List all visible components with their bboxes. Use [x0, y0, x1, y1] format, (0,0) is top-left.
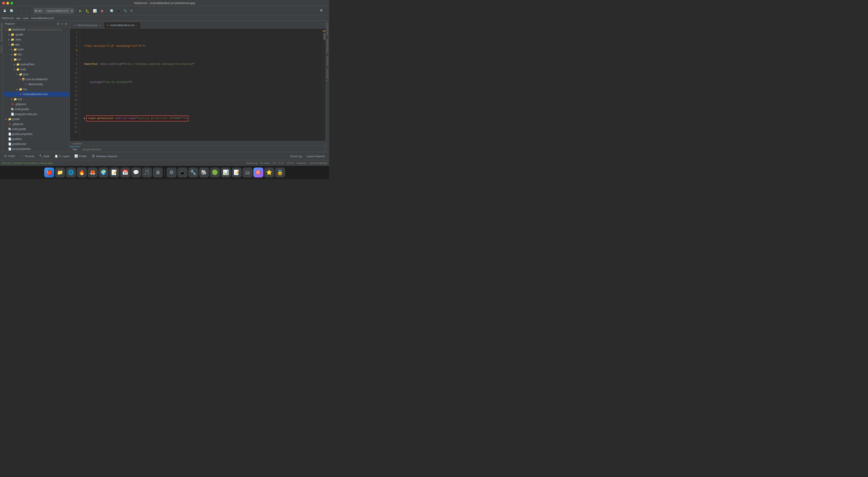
forward-button[interactable]: →	[24, 8, 30, 14]
tree-item-gradlew[interactable]: ▶ 📄 gradlew	[3, 137, 70, 142]
dock-lock[interactable]: 🔒	[275, 168, 285, 177]
status-event-log[interactable]: Event Log	[246, 161, 258, 165]
dock-gradle[interactable]: 🐘	[199, 168, 209, 177]
dock-monitor[interactable]: 🖥	[153, 168, 163, 177]
dock-calendar[interactable]: 📅	[120, 168, 130, 177]
build-variants-label[interactable]: Build Variants	[326, 37, 329, 55]
editor-content[interactable]: 1 2 3 4 5 6 7 8 9 10 11 12 13 14 15 16 1…	[70, 28, 326, 141]
tree-item-main[interactable]: ▼ 📁 main	[3, 67, 70, 72]
device-selector[interactable]: Xiaomi M2007J17C	[44, 8, 74, 13]
dock-chat[interactable]: 💬	[131, 168, 141, 177]
dock-chrome[interactable]: 🌍	[98, 168, 108, 177]
tree-item-app[interactable]: ▼ 📁 app	[3, 42, 70, 47]
dock-star[interactable]: ⭐	[264, 168, 274, 177]
tree-item-package[interactable]: ▼ 📦 com.nb.netdemo5	[3, 77, 70, 82]
sync-gradle-button[interactable]: 🔄	[109, 8, 115, 14]
tree-item-mainactivity[interactable]: ▶ K MainActivity	[3, 82, 70, 87]
settings-button[interactable]: ⚙	[129, 8, 134, 14]
tree-item-proguard[interactable]: ▶ 📄 proguard-rules.pro	[3, 112, 70, 117]
tab-terminal[interactable]: ⬛ Terminal	[18, 153, 37, 159]
dock-files[interactable]: 📁	[55, 168, 65, 177]
tree-item-gradle[interactable]: ▶ 📁 gradle	[3, 117, 70, 122]
close-button[interactable]	[2, 2, 5, 4]
tab-androidmanifest[interactable]: ✦ AndroidManifest.xml ×	[104, 22, 141, 28]
run-config-button[interactable]: ▶ app	[33, 8, 43, 14]
tab-build[interactable]: 🔨 Build	[37, 153, 52, 159]
sync-button[interactable]: 🔄	[8, 8, 14, 14]
stop-button[interactable]: ⏹	[99, 8, 105, 14]
tab-todo[interactable]: ☑ TODO	[2, 153, 18, 159]
dock-browser2[interactable]: 🔥	[77, 168, 87, 177]
dock-chart[interactable]: 📊	[221, 168, 231, 177]
tree-collapse-btn[interactable]: ≡	[61, 22, 64, 26]
code-editor[interactable]: <?xml version="1.0" encoding="utf-8"?> <…	[80, 28, 323, 141]
dock-android[interactable]: 📱	[178, 168, 187, 177]
dock-ide[interactable]: 🎯	[253, 168, 264, 177]
breadcrumb-part-1[interactable]: NetDemo5	[2, 17, 14, 20]
breadcrumb-part-4[interactable]: AndroidManifest.xml	[31, 17, 54, 20]
tree-root[interactable]: ▼ 📁 NetDemo5 ~/AndroidStudioProjects/Net…	[3, 27, 70, 32]
status-layout-inspector[interactable]: Layout Inspector	[309, 161, 327, 165]
dock-tools[interactable]: 🔧	[188, 168, 198, 177]
minimize-button[interactable]	[6, 2, 9, 4]
tree-item-gitignore-app[interactable]: ▶ ⚙ .gitignore	[3, 102, 70, 107]
avd-button[interactable]: 📱	[116, 8, 121, 14]
file-explorer-label[interactable]: File Explorer	[326, 21, 329, 37]
tree-settings-btn[interactable]: ⚙	[56, 22, 60, 26]
dock-firefox[interactable]: 🦊	[88, 168, 98, 177]
tab-event-log[interactable]: Event Log	[288, 153, 304, 159]
tree-item-androidmanifest[interactable]: ▶ ✦ AndroidManifest.xml	[3, 92, 70, 97]
tree-item-local-properties[interactable]: ▶ 📄 local.properties	[3, 147, 70, 151]
tree-item-idea[interactable]: ▶ 📁 .idea	[3, 37, 70, 42]
profile-button[interactable]: 📊	[92, 8, 98, 14]
scrollbar-thumb[interactable]	[323, 33, 325, 40]
back-button[interactable]: ←	[18, 8, 24, 14]
maximize-button[interactable]	[10, 2, 13, 4]
dock-text2[interactable]: 📝	[232, 168, 242, 177]
resource-manager-label[interactable]: Resource Manager	[0, 21, 3, 43]
project-label[interactable]: Project	[0, 43, 3, 54]
structure-label[interactable]: Z: Structure	[326, 67, 329, 83]
save-button[interactable]: 💾	[2, 8, 8, 14]
tree-expand-btn[interactable]: ⊞	[64, 22, 68, 26]
tab-androidmanifest-close[interactable]: ×	[136, 24, 138, 27]
sdk-button[interactable]: 🔧	[122, 8, 128, 14]
dock-settings[interactable]: ⚙	[166, 168, 177, 177]
tree-item-gradle-properties[interactable]: ▶ 📄 gradle.properties	[3, 131, 70, 137]
breadcrumb-part-3[interactable]: main	[23, 17, 29, 20]
tab-mainactivity-close[interactable]: ×	[99, 24, 101, 27]
tab-text[interactable]: Text	[70, 147, 80, 152]
breadcrumb-part-2[interactable]: app	[16, 17, 20, 20]
tree-item-gitignore-root[interactable]: ▶ ⚙ .gitignore	[3, 122, 70, 127]
dock-text1[interactable]: 📝	[110, 168, 119, 177]
tree-item-src[interactable]: ▼ 📁 src	[3, 57, 70, 62]
tab-profiler[interactable]: 📊 Profiler	[72, 153, 89, 159]
tab-mainactivity[interactable]: K MainActivity.java ×	[72, 22, 104, 28]
tree-item-settings-gradle[interactable]: ▶ 🐘 settings.gradle	[3, 151, 70, 152]
favorites-label[interactable]: Favorites	[326, 55, 329, 67]
tab-database-inspector[interactable]: 🗄 Database Inspector	[90, 153, 120, 159]
tree-item-java[interactable]: ▼ 📁 java	[3, 72, 70, 77]
dock-music[interactable]: 🎵	[142, 168, 152, 177]
tree-item-gradlew-bat[interactable]: ▶ 📄 gradlew.bat	[3, 142, 70, 147]
tree-item-test[interactable]: ▶ 📁 test	[3, 97, 70, 102]
tree-item-build-gradle-app[interactable]: ▶ 🐘 build.gradle	[3, 107, 70, 112]
tab-logcat[interactable]: 📋 6: Logcat	[52, 153, 72, 159]
tree-item-androidtest[interactable]: ▶ 📁 androidTest	[3, 62, 70, 67]
scrollbar-track[interactable]	[323, 28, 326, 141]
tree-item-build-gradle-root[interactable]: ▶ 🐘 build.gradle	[3, 127, 70, 131]
run-button[interactable]: ▶	[78, 8, 83, 14]
tree-item-build[interactable]: ▶ 📁 build	[3, 47, 70, 52]
tab-layout-inspector[interactable]: Layout Inspector	[305, 153, 327, 159]
dock-finder[interactable]: 🍎	[44, 168, 54, 177]
tree-item-libs[interactable]: ▶ 📁 libs	[3, 52, 70, 57]
dock-browser1[interactable]: 🌐	[66, 168, 76, 177]
search-button[interactable]: 🔍	[319, 8, 324, 14]
dock-files2[interactable]: 🗂	[243, 168, 252, 177]
tree-item-res[interactable]: ▶ 📁 res	[3, 87, 70, 92]
debug-button[interactable]: 🐛	[84, 8, 91, 14]
tab-event-log-label: Event Log	[290, 155, 302, 157]
tab-merged-manifest[interactable]: Merged Manifest	[80, 147, 104, 152]
dock-green[interactable]: 🟢	[210, 168, 220, 177]
tree-item-gradle-root[interactable]: ▶ 📁 .gradle	[3, 32, 70, 37]
